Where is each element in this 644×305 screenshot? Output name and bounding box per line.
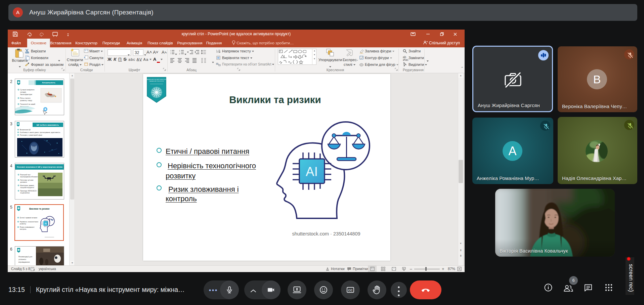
svg-text:впровадження: впровадження (18, 261, 30, 263)
svg-text:Моніторинг уважніх,: Моніторинг уважніх, (20, 185, 35, 186)
svg-text:Ризик зловживання і: Ризик зловживання і (20, 226, 35, 228)
svg-text:Визначення ШІ: Визначення ШІ (20, 129, 31, 131)
svg-text:розвитку і миру: розвитку і миру (20, 99, 32, 101)
svg-text:допомоги: допомоги (20, 181, 27, 183)
svg-text:AI: AI (45, 222, 47, 225)
svg-text:2: 2 (179, 53, 180, 55)
svg-text:НАВЧАЛЬНИХ ТЕХНОЛОГІЙ: НАВЧАЛЬНИХ ТЕХНОЛОГІЙ (149, 81, 164, 82)
svg-text:Реальний час і: Реальний час і (20, 174, 31, 176)
svg-text:Логістика і дії зони: Логістика і дії зони (20, 179, 34, 181)
svg-text:контроль: контроль (20, 228, 27, 230)
svg-text:AI: AI (306, 165, 318, 179)
svg-text:складні,: складні, (20, 91, 27, 93)
svg-text:Потенціал у гуманітарній сфері: Потенціал у гуманітарній сфері (20, 134, 42, 136)
svg-text:успішного: успішного (18, 258, 26, 260)
svg-text:НАВЧАЛЬНИЙ УЧБОВИЙ УНІВЕРСИТЕТ: НАВЧАЛЬНИЙ УЧБОВИЙ УНІВЕРСИТЕТ (146, 79, 167, 80)
svg-text:ШІ та його важливість: ШІ та його важливість (37, 124, 59, 126)
svg-text:Рекомендації для: Рекомендації для (18, 256, 32, 258)
svg-text:розвитку: розвитку (20, 223, 26, 225)
svg-text:СхідАзія/Азія: СхідАзія/Азія (20, 192, 30, 194)
svg-text:Нерівність технологічного: Нерівність технологічного (20, 221, 38, 223)
svg-text:багатофакторні: багатофакторні (20, 93, 32, 95)
svg-text:1: 1 (179, 50, 180, 52)
svg-text:Технології як новий: Технології як новий (20, 103, 35, 105)
svg-text:Виклики та ризики: Виклики та ризики (29, 208, 49, 210)
svg-text:CC: CC (348, 289, 353, 292)
svg-text:Основні можливості ШІ у миротв: Основні можливості ШІ у миротворчих місі… (17, 166, 63, 168)
svg-text:Особливості: аналіз даних, про: Особливості: аналіз даних, прогнозування… (20, 132, 60, 133)
svg-text:пошукові інциденти: пошукові інциденти (20, 187, 34, 188)
svg-text:Сучасні конфлікти: Сучасні конфлікти (20, 89, 35, 91)
svg-text:Етичні і правові питання: Етичні і правові питання (20, 217, 37, 219)
svg-text:Актуальність: Актуальність (42, 82, 55, 84)
svg-text:неупереджена обізнаність: неупереджена обізнаність (20, 176, 39, 178)
svg-text:Приклади: MONUSCO і: Приклади: MONUSCO і (20, 190, 37, 192)
svg-text:Роль сталого: Роль сталого (20, 97, 31, 99)
